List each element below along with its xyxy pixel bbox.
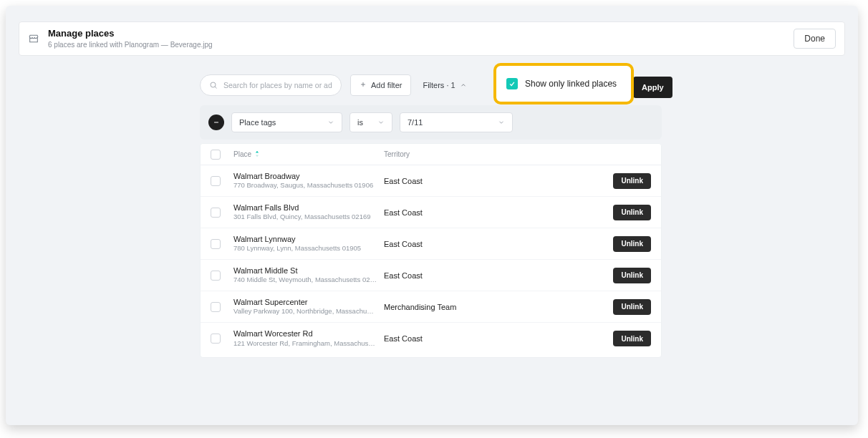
row-checkbox[interactable] [211, 271, 221, 281]
apply-button[interactable]: Apply [633, 77, 672, 98]
place-name: Walmart Worcester Rd [233, 329, 384, 339]
column-header-place[interactable]: Place [233, 150, 384, 159]
chevron-down-icon [327, 119, 334, 126]
page-title: Manage places [48, 28, 213, 40]
page-subtitle: 6 places are linked with Planogram — Bev… [48, 40, 213, 49]
filter-value-select[interactable]: 7/11 [400, 112, 513, 132]
place-address: 770 Broadway, Saugus, Massachusetts 0190… [233, 181, 377, 190]
column-header-place-label: Place [233, 150, 251, 158]
show-linked-checkbox[interactable] [506, 78, 518, 89]
place-name: Walmart Broadway [233, 172, 384, 182]
places-table: Place Territory Walmart Broadway 770 Bro… [200, 143, 662, 358]
plus-icon [360, 81, 367, 89]
page-header: Manage places 6 places are linked with P… [19, 21, 845, 56]
place-address: 740 Middle St, Weymouth, Massachusetts 0… [233, 276, 377, 284]
show-linked-highlight: Show only linked places [493, 63, 634, 104]
row-checkbox[interactable] [211, 208, 221, 218]
search-icon [209, 81, 218, 89]
place-address: 301 Falls Blvd, Quincy, Massachusetts 02… [233, 213, 377, 221]
territory-cell: East Coast [384, 271, 527, 280]
page-container: Manage places 6 places are linked with P… [6, 6, 858, 425]
remove-filter-button[interactable] [208, 115, 224, 130]
place-address: 780 Lynnway, Lynn, Massachusetts 01905 [233, 244, 377, 253]
row-checkbox[interactable] [211, 334, 221, 344]
territory-cell: East Coast [384, 334, 527, 343]
unlink-button[interactable]: Unlink [613, 173, 651, 189]
filter-field-value: Place tags [239, 118, 276, 127]
column-header-territory[interactable]: Territory [384, 150, 527, 158]
unlink-button[interactable]: Unlink [613, 268, 651, 283]
filters-label: Filters · 1 [423, 81, 455, 89]
select-all-checkbox[interactable] [211, 150, 221, 160]
territory-cell: Merchandising Team [384, 303, 527, 311]
row-checkbox[interactable] [211, 239, 221, 249]
place-name: Walmart Lynnway [233, 235, 384, 245]
search-field[interactable] [200, 74, 342, 96]
table-row: Walmart Falls Blvd 301 Falls Blvd, Quinc… [201, 197, 661, 228]
territory-cell: East Coast [384, 208, 527, 217]
place-name: Walmart Falls Blvd [233, 203, 384, 213]
svg-point-0 [211, 82, 216, 87]
filters-trigger[interactable]: Filters · 1 [423, 81, 466, 89]
table-row: Walmart Worcester Rd 121 Worcester Rd, F… [201, 323, 661, 354]
table-row: Walmart Broadway 770 Broadway, Saugus, M… [201, 165, 661, 197]
filter-field-select[interactable]: Place tags [231, 112, 342, 132]
place-cell: Walmart Falls Blvd 301 Falls Blvd, Quinc… [233, 203, 384, 222]
chevron-down-icon [377, 119, 385, 126]
search-input[interactable] [223, 81, 332, 89]
show-linked-label: Show only linked places [525, 79, 617, 89]
place-address: 121 Worcester Rd, Framingham, Massachuse… [233, 339, 377, 348]
add-filter-label: Add filter [371, 81, 402, 89]
place-address: Valley Parkway 100, Northbridge, Massach… [233, 307, 377, 316]
row-checkbox[interactable] [211, 176, 221, 186]
filter-operator-select[interactable]: is [349, 112, 392, 132]
column-header-territory-label: Territory [384, 150, 410, 158]
place-cell: Walmart Lynnway 780 Lynnway, Lynn, Massa… [233, 235, 384, 253]
filter-row: Place tags is 7/11 [200, 105, 662, 140]
unlink-button[interactable]: Unlink [613, 331, 651, 346]
place-cell: Walmart Supercenter Valley Parkway 100, … [233, 298, 384, 316]
filter-operator-value: is [357, 118, 363, 127]
row-checkbox[interactable] [211, 302, 221, 312]
table-row: Walmart Lynnway 780 Lynnway, Lynn, Massa… [201, 228, 661, 260]
territory-cell: East Coast [384, 177, 527, 185]
svg-line-1 [215, 87, 216, 88]
chevron-down-icon [498, 119, 505, 126]
unlink-button[interactable]: Unlink [613, 236, 651, 252]
place-name: Walmart Supercenter [233, 298, 384, 308]
table-row: Walmart Supercenter Valley Parkway 100, … [201, 291, 661, 323]
table-row: Walmart Middle St 740 Middle St, Weymout… [201, 260, 661, 291]
place-cell: Walmart Middle St 740 Middle St, Weymout… [233, 266, 384, 285]
chevron-up-icon [460, 82, 467, 89]
unlink-button[interactable]: Unlink [613, 299, 651, 315]
header-titles: Manage places 6 places are linked with P… [48, 28, 213, 49]
done-button[interactable]: Done [794, 29, 836, 49]
table-header: Place Territory [201, 144, 661, 165]
territory-cell: East Coast [384, 240, 527, 248]
place-cell: Walmart Worcester Rd 121 Worcester Rd, F… [233, 329, 384, 348]
store-icon [28, 33, 39, 44]
sort-icon [254, 150, 260, 159]
place-name: Walmart Middle St [233, 266, 384, 276]
add-filter-button[interactable]: Add filter [350, 74, 411, 96]
unlink-button[interactable]: Unlink [613, 205, 651, 220]
filter-value-value: 7/11 [408, 118, 423, 127]
place-cell: Walmart Broadway 770 Broadway, Saugus, M… [233, 172, 384, 190]
